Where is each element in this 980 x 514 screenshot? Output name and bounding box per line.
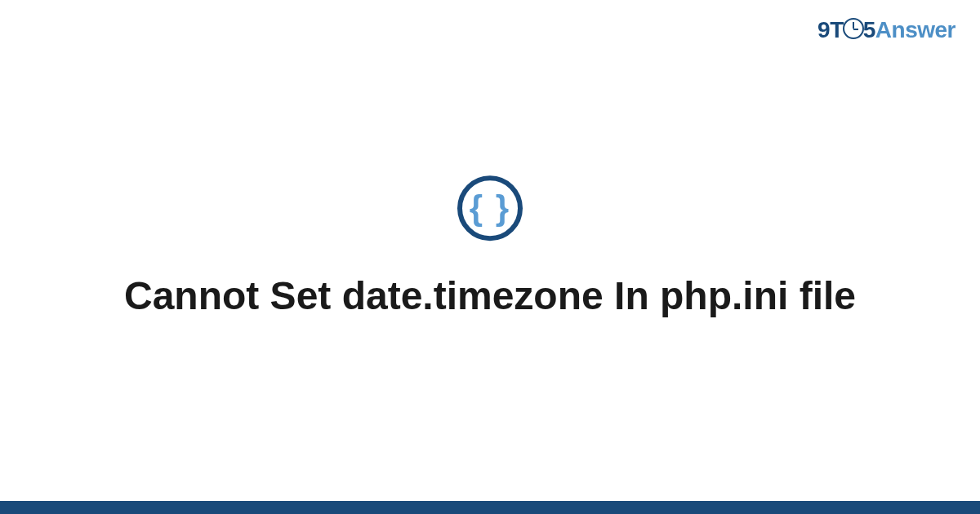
page-title: Cannot Set date.timezone In php.ini file [0,272,980,321]
category-icon-container: { } [457,175,523,241]
main-content: { } Cannot Set date.timezone In php.ini … [0,175,980,321]
logo-text-suffix: Answer [875,17,956,42]
logo-text-mid: 5 [863,17,875,42]
footer-accent-bar [0,501,980,514]
clock-icon [843,18,864,39]
site-logo: 9T5Answer [817,16,956,43]
code-braces-icon: { } [470,191,510,225]
logo-text-prefix: 9T [817,17,844,42]
